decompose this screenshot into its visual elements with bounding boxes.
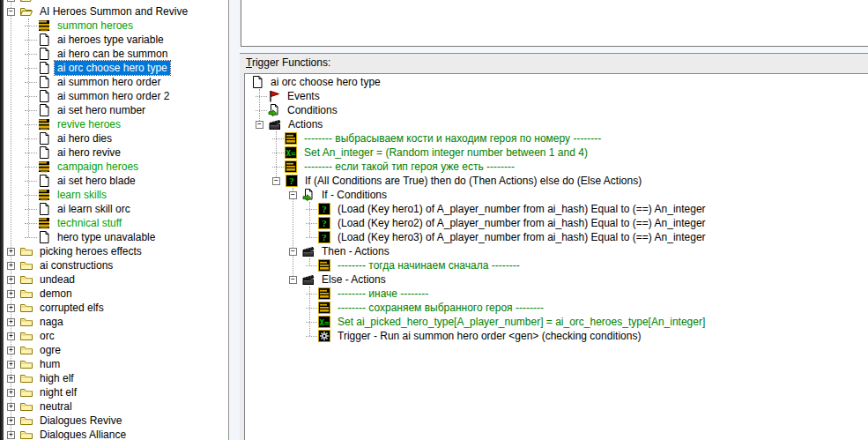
tree-item[interactable]: ai hero dies <box>4 131 228 145</box>
expand-toggle[interactable]: − <box>289 248 297 256</box>
trigger-row[interactable]: ai orc choose hero type <box>245 75 868 89</box>
tree-item-label[interactable]: ai set hero blade <box>55 174 138 188</box>
tree-item-label[interactable]: ai summon hero order 2 <box>55 89 172 103</box>
trigger-row[interactable]: Trigger - Run ai summon hero order <gen>… <box>245 329 868 343</box>
trigger-row[interactable]: -------- выбрасываем кости и находим гер… <box>245 131 868 145</box>
tree-item[interactable]: ai summon hero order <box>4 75 228 89</box>
expand-toggle[interactable]: + <box>7 276 15 284</box>
tree-item[interactable]: +night elf <box>4 385 228 399</box>
tree-item[interactable]: hero type unavalable <box>4 230 228 244</box>
tree-item[interactable]: ai set hero number <box>4 103 228 117</box>
trigger-row[interactable]: -------- иначе -------- <box>245 287 868 301</box>
tree-item-label[interactable]: ai heroes type variable <box>55 33 167 47</box>
tree-item-label[interactable]: hero type unavalable <box>55 230 158 244</box>
trigger-row-label[interactable]: Conditions <box>285 103 340 117</box>
tree-item-label[interactable]: orc <box>37 329 57 343</box>
expand-toggle[interactable]: + <box>7 347 15 354</box>
trigger-row-label[interactable]: Then - Actions <box>319 244 392 258</box>
trigger-row-label[interactable]: If (All Conditions are True) then do (Th… <box>302 174 644 188</box>
tree-item-label[interactable]: hum <box>37 357 63 371</box>
tree-item-label[interactable]: corrupted elfs <box>37 301 107 315</box>
trigger-row[interactable]: −Actions <box>245 117 868 131</box>
expand-toggle[interactable]: − <box>7 8 15 16</box>
tree-item[interactable]: +Dialogues Revive <box>4 414 228 428</box>
panel-splitter[interactable] <box>229 0 240 440</box>
expand-toggle[interactable]: + <box>7 332 15 340</box>
tree-item-label[interactable]: Dialogues Alliance <box>37 428 129 440</box>
expand-toggle[interactable]: + <box>7 417 15 425</box>
tree-item-label[interactable]: picking heroes effects <box>37 244 145 258</box>
expand-toggle[interactable]: − <box>272 177 280 185</box>
trigger-row-label[interactable]: -------- иначе -------- <box>335 287 431 301</box>
trigger-row-label[interactable]: (Load (Key hero2) of A_player_number fro… <box>335 216 708 230</box>
tree-item-label[interactable]: ogre <box>37 343 63 357</box>
tree-item[interactable]: +high elf <box>4 371 228 385</box>
tree-item-label[interactable]: learn skills <box>55 188 109 202</box>
tree-item-label[interactable]: summon heroes <box>55 19 136 33</box>
tree-item-label[interactable]: night elf <box>37 385 79 399</box>
tree-item[interactable]: +ogre <box>4 343 228 357</box>
trigger-row-label[interactable]: Trigger - Run ai summon hero order <gen>… <box>335 329 643 343</box>
trigger-row-label[interactable]: ai orc choose hero type <box>268 75 383 89</box>
tree-item[interactable]: +neutral <box>4 399 228 414</box>
tree-item-label[interactable]: ai hero dies <box>55 131 115 145</box>
tree-item-label[interactable]: ai learn skill orc <box>55 202 133 216</box>
tree-item[interactable]: +orc <box>4 329 228 343</box>
trigger-row[interactable]: ?(Load (Key hero1) of A_player_number fr… <box>245 202 868 216</box>
tree-item-label[interactable]: ai hero can be summon <box>55 47 170 61</box>
tree-item-label[interactable]: demon <box>37 287 75 301</box>
trigger-row[interactable]: −Then - Actions <box>245 244 868 258</box>
tree-item[interactable]: ai hero revive <box>4 145 228 160</box>
expand-toggle[interactable]: + <box>7 375 15 383</box>
trigger-row-label[interactable]: -------- выбрасываем кости и находим гер… <box>301 131 604 145</box>
tree-item-label[interactable]: campaign heroes <box>55 160 141 174</box>
trigger-row-label[interactable]: (Load (Key hero1) of A_player_number fro… <box>335 202 708 216</box>
trigger-row[interactable]: -------- сохраняем выбранного героя ----… <box>245 301 868 315</box>
tree-item[interactable]: ai summon hero order 2 <box>4 89 228 103</box>
tree-item[interactable]: +naga <box>4 315 228 329</box>
expand-toggle[interactable]: + <box>7 389 15 397</box>
trigger-row[interactable]: ?(Load (Key hero2) of A_player_number fr… <box>245 216 868 230</box>
tree-item-label[interactable]: Dialogues Revive <box>37 414 124 428</box>
expand-toggle[interactable]: + <box>7 304 15 312</box>
expand-toggle[interactable]: − <box>256 121 263 129</box>
trigger-row-label[interactable]: -------- тогда начинаем сначала -------- <box>335 258 523 272</box>
expand-toggle[interactable]: + <box>7 318 15 326</box>
tree-item-label[interactable]: naga <box>37 315 66 329</box>
trigger-row[interactable]: X=Set ai_picked_hero_type[A_player_numbe… <box>245 315 868 329</box>
tree-item[interactable]: summon heroes <box>4 19 228 33</box>
trigger-row[interactable]: -------- тогда начинаем сначала -------- <box>245 258 868 272</box>
expand-toggle[interactable]: + <box>7 361 15 369</box>
expand-toggle[interactable]: + <box>7 262 15 270</box>
tree-item-label[interactable]: ai set hero number <box>55 103 148 117</box>
tree-item[interactable]: campaign heroes <box>4 160 228 174</box>
tree-item[interactable]: +corrupted elfs <box>4 301 228 315</box>
trigger-row-label[interactable]: Set ai_picked_hero_type[A_player_number]… <box>335 315 708 329</box>
trigger-row-label[interactable]: (Load (Key hero3) of A_player_number fro… <box>335 230 708 244</box>
expand-toggle[interactable]: − <box>289 191 297 199</box>
tree-item-label[interactable]: ai hero revive <box>55 145 123 160</box>
horizontal-splitter[interactable] <box>240 47 868 53</box>
tree-item-label[interactable]: neutral <box>37 399 75 414</box>
trigger-row-label[interactable]: -------- сохраняем выбранного героя ----… <box>335 301 546 315</box>
trigger-row[interactable]: Events <box>245 89 868 103</box>
expand-toggle[interactable]: + <box>7 431 15 439</box>
tree-item-label[interactable]: AI Heroes Summon and Revive <box>37 4 190 19</box>
tree-item[interactable]: +undead <box>4 272 228 287</box>
trigger-row-label[interactable]: If - Conditions <box>319 188 389 202</box>
tree-item[interactable]: ai learn skill orc <box>4 202 228 216</box>
tree-item[interactable]: +Dialogues Alliance <box>4 428 228 440</box>
tree-item-label[interactable]: revive heroes <box>55 117 123 131</box>
tree-item[interactable]: +demon <box>4 287 228 301</box>
tree-item[interactable]: ai heroes type variable <box>4 33 228 47</box>
tree-item-label[interactable]: high elf <box>37 371 77 385</box>
tree-item[interactable]: technical stuff <box>4 216 228 230</box>
tree-item[interactable]: ai set hero blade <box>4 174 228 188</box>
tree-item-label[interactable]: undead <box>37 272 78 287</box>
trigger-row-label[interactable]: -------- если такой тип героя уже есть -… <box>301 160 517 174</box>
trigger-row-label[interactable]: Else - Actions <box>319 272 389 287</box>
trigger-row[interactable]: Conditions <box>245 103 868 117</box>
tree-item[interactable]: −AI Heroes Summon and Revive <box>4 4 228 19</box>
tree-item[interactable]: +hum <box>4 357 228 371</box>
trigger-row[interactable]: −If - Conditions <box>245 188 868 202</box>
